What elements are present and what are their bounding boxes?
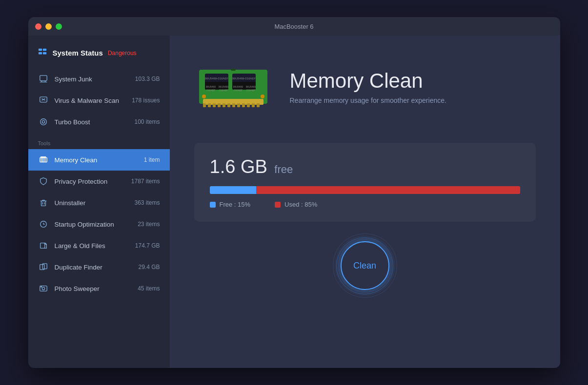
svg-text:016AEF: 016AEF [206,89,215,92]
svg-point-32 [42,287,44,289]
legend-free: Free : 15% [210,201,251,208]
sidebar-title: System Status [53,49,103,57]
svg-rect-18 [41,157,41,158]
photo-sweeper-value: 45 items [138,285,160,292]
svg-rect-57 [237,103,240,107]
svg-text:016AEF: 016AEF [219,89,227,92]
legend-free-label: Free : 15% [220,201,251,208]
progress-used-segment [256,186,520,194]
sidebar-item-uninstaller[interactable]: Uninstaller 363 items [28,192,170,213]
memory-clean-icon [38,154,49,165]
app-window: MacBooster 6 System Status Dangerous [28,17,560,368]
duplicate-finder-label: Duplicate Finder [55,264,139,271]
system-junk-icon [38,74,49,84]
svg-point-63 [202,95,206,98]
privacy-protection-icon [38,176,49,187]
main-area: System Status Dangerous System J [28,36,560,368]
svg-rect-3 [42,52,46,55]
startup-optimization-label: Startup Optimization [55,221,138,228]
memory-legend: Free : 15% Used : 85% [210,201,520,208]
svg-text:99U5469-016AEF: 99U5469-016AEF [204,77,228,80]
memory-free-value: 1.6 GB [210,156,267,177]
sidebar-item-system-junk[interactable]: System Junk 103.3 GB [28,68,170,90]
hero-subtitle: Rearrange memory usage for smoother expe… [290,96,536,104]
titlebar: MacBooster 6 [28,17,560,36]
window-title: MacBooster 6 [274,23,313,30]
sidebar-item-startup-optimization[interactable]: Startup Optimization 23 items [28,213,170,235]
system-status-icon [38,47,47,58]
svg-text:016AEF: 016AEF [233,89,242,92]
svg-rect-1 [42,49,46,51]
svg-rect-55 [227,103,230,107]
svg-rect-53 [218,103,221,107]
hero-section: 99U5469-016AEF 99U5469 016AEF 99U5469 01… [194,55,536,118]
close-button[interactable] [35,23,41,30]
legend-dot-free [210,202,216,208]
legend-dot-used [275,202,281,208]
svg-rect-56 [232,103,235,107]
sidebar-item-virus-malware[interactable]: Virus & Malware Scan 178 issues [28,90,170,111]
svg-point-64 [261,95,264,98]
memory-progress-bar [210,186,520,194]
svg-text:99U5469: 99U5469 [218,85,228,88]
turbo-boost-value: 100 items [134,118,160,125]
duplicate-finder-icon [38,262,49,272]
ram-chip-illustration: 99U5469-016AEF 99U5469 016AEF 99U5469 01… [194,55,272,118]
privacy-protection-value: 1787 items [131,178,160,185]
svg-text:99U5469-016AEF: 99U5469-016AEF [232,77,255,80]
photo-sweeper-icon [38,283,49,294]
clean-button-wrapper: Clean [341,241,389,290]
privacy-protection-label: Privacy Protection [55,178,131,185]
hero-text-area: Memory Clean Rearrange memory usage for … [290,69,536,104]
legend-used: Used : 85% [275,201,317,208]
sidebar-main-section: System Junk 103.3 GB Virus & Malware Sca… [28,68,170,133]
svg-rect-19 [42,157,43,158]
large-old-files-icon [38,240,49,251]
traffic-lights [35,23,62,30]
sidebar-item-large-old-files[interactable]: Large & Old Files 174.7 GB [28,235,170,256]
svg-rect-0 [38,49,41,51]
sidebar-header: System Status Dangerous [28,36,170,68]
svg-point-12 [42,120,44,123]
memory-clean-value: 1 item [144,156,160,163]
virus-malware-value: 178 issues [132,97,160,104]
sidebar-item-photo-sweeper[interactable]: Photo Sweeper 45 items [28,278,170,299]
legend-used-label: Used : 85% [284,201,317,208]
svg-rect-2 [38,52,41,55]
svg-rect-62 [231,69,236,71]
uninstaller-icon [38,197,49,208]
svg-rect-21 [44,157,45,158]
svg-point-11 [40,119,46,125]
duplicate-finder-value: 29.4 GB [138,264,160,270]
memory-clean-label: Memory Clean [55,156,144,164]
svg-text:99U5469: 99U5469 [205,85,216,88]
svg-rect-52 [213,103,216,107]
sidebar: System Status Dangerous System J [28,36,170,368]
svg-rect-60 [252,103,255,107]
svg-rect-51 [208,103,211,107]
system-junk-value: 103.3 GB [135,76,160,82]
sidebar-item-privacy-protection[interactable]: Privacy Protection 1787 items [28,171,170,192]
sidebar-item-turbo-boost[interactable]: Turbo Boost 100 items [28,111,170,133]
progress-free-segment [210,186,256,194]
system-junk-label: System Junk [55,76,135,83]
svg-text:99U5469: 99U5469 [233,85,243,88]
sidebar-item-duplicate-finder[interactable]: Duplicate Finder 29.4 GB [28,256,170,278]
svg-rect-20 [43,157,44,158]
uninstaller-value: 363 items [134,199,160,206]
sidebar-item-memory-clean[interactable]: Memory Clean 1 item [28,149,170,171]
content-area: 99U5469-016AEF 99U5469 016AEF 99U5469 01… [170,36,560,368]
large-old-files-label: Large & Old Files [55,242,135,250]
svg-rect-50 [203,103,206,107]
svg-rect-26 [40,243,44,249]
uninstaller-label: Uninstaller [55,199,135,207]
turbo-boost-icon [38,116,49,127]
memory-stats-panel: 1.6 GB free Free : 15% Used : 85% [194,143,536,222]
fullscreen-button[interactable] [56,23,62,30]
svg-rect-59 [247,103,250,107]
minimize-button[interactable] [45,23,52,30]
svg-text:016AEF: 016AEF [246,89,255,92]
sidebar-tools-section: Memory Clean 1 item Privacy Protection 1… [28,149,170,299]
sidebar-header-text: System Status Dangerous [53,49,137,57]
clean-button[interactable]: Clean [341,241,389,290]
